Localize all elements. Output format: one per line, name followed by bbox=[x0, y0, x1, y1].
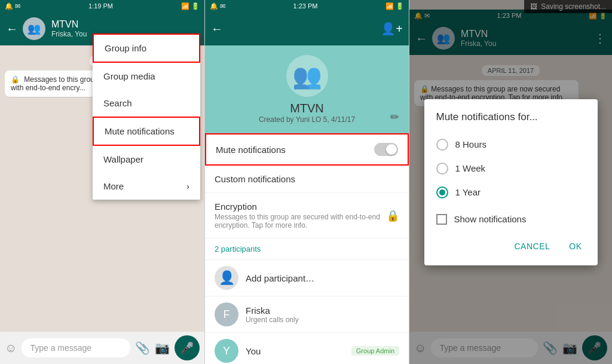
custom-notifications-row[interactable]: Custom notifications bbox=[205, 166, 409, 193]
group-hero: 👥 MTVN Created by Yuni LO 5, 4/11/17 ✏ bbox=[205, 45, 409, 133]
chat-input-bar-1: ☺ Type a message 📎 📷 🎤 bbox=[0, 332, 204, 364]
status-bar-1: 🔔 ✉ 1:19 PM 📶 🔋 bbox=[0, 0, 204, 12]
option-1-year[interactable]: 1 Year bbox=[436, 181, 586, 204]
group-created: Created by Yuni LO 5, 4/11/17 bbox=[259, 115, 355, 124]
status-time-1: 1:19 PM bbox=[88, 2, 113, 10]
mute-toggle[interactable] bbox=[374, 143, 398, 156]
dropdown-menu: Group info Group media Search Mute notif… bbox=[93, 33, 200, 200]
option-1-week[interactable]: 1 Week bbox=[436, 157, 586, 181]
radio-1y[interactable] bbox=[436, 186, 448, 198]
menu-item-group-media[interactable]: Group media bbox=[93, 63, 200, 90]
encryption-sublabel: Messages to this group are secured with … bbox=[215, 213, 386, 230]
friska-name: Friska bbox=[246, 305, 299, 316]
group-avatar: 👥 bbox=[23, 17, 45, 40]
group-avatar-large: 👥 bbox=[286, 55, 328, 97]
edit-icon[interactable]: ✏ bbox=[390, 111, 399, 124]
menu-item-search[interactable]: Search bbox=[93, 90, 200, 117]
you-name: You bbox=[246, 346, 261, 356]
back-button[interactable]: ← bbox=[6, 22, 18, 36]
status-icons-right-2: 📶 🔋 bbox=[385, 2, 404, 10]
panel-chat-dialog: 🖼 Saving screenshot... 🔔 ✉ 1:23 PM 📶 🔋 ←… bbox=[409, 0, 612, 364]
admin-badge: Group Admin bbox=[351, 346, 399, 356]
status-icons-right: 📶 🔋 bbox=[181, 2, 200, 10]
status-time-2: 1:23 PM bbox=[293, 2, 318, 10]
dialog-title: Mute notifications for... bbox=[436, 111, 586, 123]
mute-notifications-row[interactable]: Mute notifications bbox=[205, 133, 409, 166]
mute-label: Mute notifications bbox=[216, 145, 286, 155]
panel-group-info: 🔔 ✉ 1:23 PM 📶 🔋 ← 👤+ 👥 MTVN Created by Y… bbox=[204, 0, 409, 364]
encryption-row[interactable]: Encryption Messages to this group are se… bbox=[205, 193, 409, 238]
participants-header: 2 participants bbox=[205, 238, 409, 260]
attach-icon[interactable]: 📎 bbox=[135, 341, 150, 355]
emoji-icon[interactable]: ☺ bbox=[5, 341, 17, 355]
radio-8h[interactable] bbox=[436, 139, 448, 151]
friska-row[interactable]: F Friska Urgent calls only bbox=[205, 296, 409, 333]
show-notifications-row[interactable]: Show notifications bbox=[436, 209, 586, 230]
custom-notifications-label: Custom notifications bbox=[215, 174, 295, 184]
friska-avatar: F bbox=[215, 302, 238, 326]
add-participant-avatar: 👤 bbox=[215, 266, 238, 290]
option-1w-label: 1 Week bbox=[455, 163, 486, 173]
encryption-label: Encryption bbox=[215, 201, 386, 212]
ok-button[interactable]: OK bbox=[565, 239, 585, 253]
lock-icon-info: 🔒 bbox=[386, 209, 399, 222]
option-8h-label: 8 Hours bbox=[455, 139, 487, 149]
show-notifications-label: Show notifications bbox=[454, 214, 527, 224]
show-notifications-checkbox[interactable] bbox=[436, 214, 447, 225]
dialog-overlay: Mute notifications for... 8 Hours 1 Week… bbox=[409, 0, 612, 364]
menu-item-wallpaper[interactable]: Wallpaper bbox=[93, 146, 200, 173]
add-participant-icon[interactable]: 👤+ bbox=[381, 22, 403, 36]
more-arrow-icon: › bbox=[186, 181, 189, 191]
status-icons-left: 🔔 ✉ bbox=[5, 2, 20, 10]
you-row[interactable]: Y You Group Admin bbox=[205, 333, 409, 364]
radio-1w[interactable] bbox=[436, 163, 448, 175]
you-avatar: Y bbox=[215, 339, 238, 363]
option-8-hours[interactable]: 8 Hours bbox=[436, 133, 586, 157]
cancel-button[interactable]: CANCEL bbox=[510, 239, 553, 253]
info-section: Mute notifications Custom notifications … bbox=[205, 133, 409, 364]
mic-button-1[interactable]: 🎤 bbox=[175, 335, 200, 360]
group-name-header: MTVN bbox=[51, 19, 87, 30]
status-bar-2: 🔔 ✉ 1:23 PM 📶 🔋 bbox=[205, 0, 409, 12]
group-info-header: ← 👤+ bbox=[205, 12, 409, 45]
back-button-2[interactable]: ← bbox=[211, 22, 223, 36]
add-participant-row[interactable]: 👤 Add participant… bbox=[205, 260, 409, 296]
mute-dialog: Mute notifications for... 8 Hours 1 Week… bbox=[424, 99, 598, 265]
add-participant-label: Add participant… bbox=[246, 273, 314, 283]
panel-chat: 🔔 ✉ 1:19 PM 📶 🔋 ← 👥 MTVN Friska, You APR… bbox=[0, 0, 204, 364]
friska-status: Urgent calls only bbox=[246, 316, 299, 324]
group-members-header: Friska, You bbox=[51, 30, 87, 38]
message-input-1[interactable]: Type a message bbox=[22, 338, 130, 357]
menu-item-mute[interactable]: Mute notifications bbox=[93, 117, 200, 146]
dialog-actions: CANCEL OK bbox=[436, 239, 586, 253]
option-1y-label: 1 Year bbox=[455, 187, 481, 197]
status-icons-left-2: 🔔 ✉ bbox=[210, 2, 225, 10]
menu-item-more[interactable]: More › bbox=[93, 173, 200, 200]
camera-icon[interactable]: 📷 bbox=[155, 341, 170, 355]
menu-item-group-info[interactable]: Group info bbox=[93, 33, 200, 63]
group-name-info: MTVN bbox=[290, 102, 324, 115]
